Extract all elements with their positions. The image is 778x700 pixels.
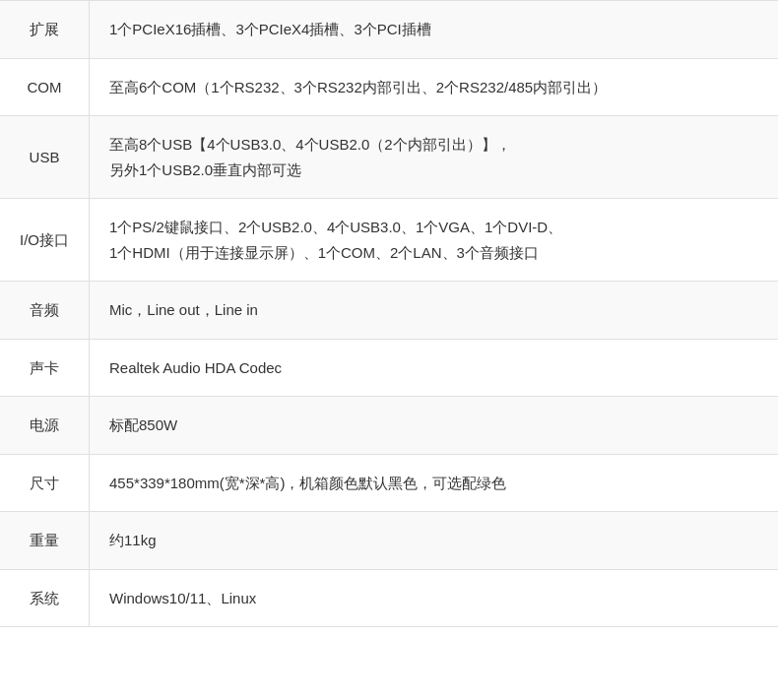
row-value: 1个PCIeX16插槽、3个PCIeX4插槽、3个PCI插槽 — [90, 1, 778, 59]
row-label: 电源 — [0, 397, 90, 455]
table-row: USB至高8个USB【4个USB3.0、4个USB2.0（2个内部引出）】，另外… — [0, 116, 778, 199]
table-row: 系统Windows10/11、Linux — [0, 569, 778, 627]
table-row: I/O接口1个PS/2键鼠接口、2个USB2.0、4个USB3.0、1个VGA、… — [0, 199, 778, 282]
row-label: COM — [0, 58, 90, 116]
row-label: I/O接口 — [0, 199, 90, 282]
row-value: Windows10/11、Linux — [90, 569, 778, 627]
table-row: 重量约11kg — [0, 512, 778, 570]
row-value: Mic，Line out，Line in — [90, 282, 778, 340]
row-label: 系统 — [0, 569, 90, 627]
table-row: 声卡Realtek Audio HDA Codec — [0, 339, 778, 397]
table-row: 音频Mic，Line out，Line in — [0, 282, 778, 340]
row-value: 约11kg — [90, 512, 778, 570]
row-label: 尺寸 — [0, 454, 90, 512]
table-row: COM至高6个COM（1个RS232、3个RS232内部引出、2个RS232/4… — [0, 58, 778, 116]
table-row: 扩展1个PCIeX16插槽、3个PCIeX4插槽、3个PCI插槽 — [0, 1, 778, 59]
table-row: 电源标配850W — [0, 397, 778, 455]
row-value: 标配850W — [90, 397, 778, 455]
row-label: 扩展 — [0, 1, 90, 59]
row-value: 455*339*180mm(宽*深*高)，机箱颜色默认黑色，可选配绿色 — [90, 454, 778, 512]
spec-table: 扩展1个PCIeX16插槽、3个PCIeX4插槽、3个PCI插槽COM至高6个C… — [0, 0, 778, 627]
row-label: 声卡 — [0, 339, 90, 397]
table-row: 尺寸455*339*180mm(宽*深*高)，机箱颜色默认黑色，可选配绿色 — [0, 454, 778, 512]
row-label: USB — [0, 116, 90, 199]
spec-table-container: 扩展1个PCIeX16插槽、3个PCIeX4插槽、3个PCI插槽COM至高6个C… — [0, 0, 778, 627]
row-label: 重量 — [0, 512, 90, 570]
row-value: Realtek Audio HDA Codec — [90, 339, 778, 397]
row-value: 至高8个USB【4个USB3.0、4个USB2.0（2个内部引出）】，另外1个U… — [90, 116, 778, 199]
row-value: 至高6个COM（1个RS232、3个RS232内部引出、2个RS232/485内… — [90, 58, 778, 116]
row-label: 音频 — [0, 282, 90, 340]
row-value: 1个PS/2键鼠接口、2个USB2.0、4个USB3.0、1个VGA、1个DVI… — [90, 199, 778, 282]
